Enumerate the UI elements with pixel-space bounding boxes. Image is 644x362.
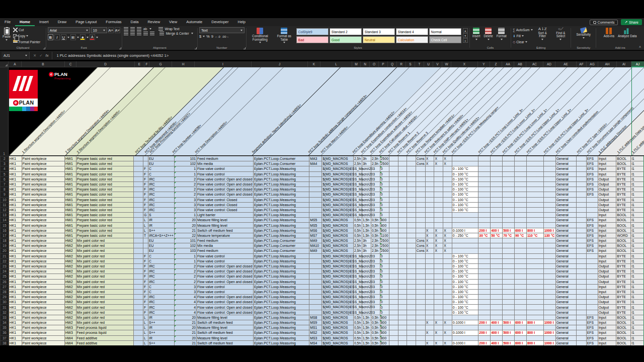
cell-reserve3[interactable] <box>407 182 416 187</box>
cell-document-type[interactable] <box>586 258 598 263</box>
cell-technical-facility[interactable] <box>134 274 143 279</box>
cell-pct-type[interactable] <box>577 218 587 223</box>
cell-limit-3[interactable] <box>503 192 515 197</box>
cell-measurand[interactable]: L <box>143 330 148 335</box>
cell-symbolic-address[interactable]: MS9 <box>309 320 322 325</box>
cell-user-controlled[interactable]: General <box>555 213 577 218</box>
cell-processing-function[interactable]: IR <box>148 315 175 320</box>
cell-measurand[interactable]: G <box>143 213 148 218</box>
column-header-Y[interactable]: Y <box>478 61 490 67</box>
cell-processing-function[interactable]: S <box>148 213 175 218</box>
cell-structure1-desc[interactable]: Paint workpiece <box>22 325 64 330</box>
formula-content[interactable]: 1 PLC addresses Symbolic address (single… <box>56 53 169 58</box>
row-header-24[interactable]: 24 <box>1 269 9 274</box>
cell-technical-facility[interactable] <box>134 263 143 268</box>
cell-limit-4[interactable] <box>515 187 527 192</box>
cell-limit-3[interactable] <box>503 161 515 166</box>
cell-plc-direction[interactable]: Output <box>598 263 616 268</box>
cell-user-controlled[interactable]: General <box>555 320 577 325</box>
cell-symbolic-address[interactable] <box>309 289 322 294</box>
cell-limit-5[interactable]: 800 l <box>526 228 543 233</box>
cell-quality-relevant[interactable]: X <box>443 248 452 253</box>
cell-macro[interactable]: $(MD_MACROS)\ESS_Macro\203 <box>322 182 354 187</box>
align-top-icon[interactable] <box>124 27 128 31</box>
cell-limit-2[interactable] <box>491 284 503 289</box>
cell-user-controlled[interactable]: General <box>555 202 577 207</box>
cell-reserve2[interactable] <box>398 274 407 279</box>
cell-measuring-range[interactable]: 0 - 100 °C <box>452 289 478 294</box>
cell-structure2-desc[interactable]: Mix paint color red <box>76 258 134 263</box>
cell-limit-2[interactable] <box>491 295 503 300</box>
cell-measurand[interactable]: L <box>143 325 148 330</box>
cell-macro[interactable]: $(MD_MACROS)\ESS_Macro\203 <box>322 310 354 315</box>
cell-technical-facility[interactable] <box>134 248 143 253</box>
cell-description[interactable]: Flow valve control: Open and closed <box>197 182 254 187</box>
cell-gmp-relevant[interactable] <box>434 269 443 274</box>
cell-reserve2[interactable] <box>398 182 407 187</box>
cell-structure1[interactable]: HK1 <box>9 156 22 161</box>
cell-processing-function[interactable]: IRC <box>148 192 175 197</box>
cell-quality-relevant[interactable] <box>443 187 452 192</box>
cell-structure2[interactable]: HW1 <box>64 233 76 238</box>
cell-structure2-desc[interactable]: Mix paint color red <box>76 253 134 258</box>
cell-plc-symbolic-address[interactable]: I1 <box>631 192 644 197</box>
cell-limit-6[interactable]: 1000 l <box>543 330 555 335</box>
cell-processing-function[interactable]: S++ <box>148 320 175 325</box>
cell-number[interactable]: 20 <box>174 223 196 228</box>
cell-measuring-range[interactable]: 0 - 100 °C <box>452 310 478 315</box>
cell-technical-facility[interactable] <box>134 305 143 310</box>
cell-reserve1[interactable] <box>389 176 398 182</box>
cell-reserve2[interactable] <box>398 161 407 166</box>
cell-technical-facility[interactable] <box>134 320 143 325</box>
cell-limit-5[interactable] <box>526 274 543 279</box>
cell-user-controlled[interactable]: General <box>555 171 577 176</box>
cell-structure1[interactable]: HK1 <box>9 269 22 274</box>
cell-limit-1[interactable] <box>478 187 491 192</box>
cell-relevant-safety[interactable] <box>425 171 434 176</box>
cell-macro[interactable]: $(MD_MACROS)\ESS_Macro\203 <box>322 263 354 268</box>
cell-segment-template[interactable] <box>416 218 425 223</box>
cell-processing-function[interactable]: IRC <box>148 197 175 202</box>
cell-limit-2[interactable] <box>491 213 503 218</box>
cell-quality-relevant[interactable] <box>443 269 452 274</box>
cell-relevant-safety[interactable]: X <box>425 238 434 243</box>
cell-structure2-desc[interactable]: Prepare basic color red <box>76 202 134 207</box>
cell-structure1-desc[interactable]: Paint workpiece <box>22 218 64 223</box>
cell-segment-definition[interactable]: Eplan.PCT.Loop.Measuring <box>253 253 309 258</box>
cell-plc-data-type[interactable]: BYTE <box>616 258 631 263</box>
cell-reserve2[interactable] <box>398 263 407 268</box>
cell-limit-4[interactable]: 600 l <box>515 330 527 335</box>
cell-expenditure-software[interactable]: 2,5h <box>371 248 380 253</box>
cell-plc-direction[interactable]: Output <box>598 182 616 187</box>
cell-limit-5[interactable] <box>526 156 543 161</box>
cell-document-type[interactable]: EFS <box>586 248 598 253</box>
cell-technical-facility[interactable] <box>134 171 143 176</box>
cell-limit-6[interactable] <box>543 223 555 228</box>
cell-description[interactable]: Switch off medium feed <box>197 320 254 325</box>
cell-structure1[interactable]: HK1 <box>9 263 22 268</box>
cell-limit-4[interactable] <box>515 310 527 315</box>
cell-relevant-safety[interactable] <box>425 202 434 207</box>
cell-limit-3[interactable]: 70 °C <box>503 233 515 238</box>
cell-plc-data-type[interactable]: BOOL <box>616 161 631 166</box>
cell-number[interactable]: 2 <box>174 269 196 274</box>
cell-measuring-range[interactable] <box>452 218 478 223</box>
cell-technical-facility[interactable] <box>134 243 143 248</box>
cell-user-controlled[interactable]: General <box>555 340 577 345</box>
cell-limit-1[interactable] <box>478 310 491 315</box>
cell-limit-5[interactable] <box>526 218 543 223</box>
cell-structure1[interactable]: HK1 <box>9 197 22 202</box>
cell-gmp-relevant[interactable]: X <box>434 320 443 325</box>
cell-measuring-range[interactable] <box>452 161 478 166</box>
tab-page-layout[interactable]: Page Layout <box>71 19 101 26</box>
cell-limit-3[interactable] <box>503 202 515 207</box>
cell-pct-type[interactable] <box>577 284 587 289</box>
cell-limit-5[interactable] <box>526 310 543 315</box>
cell-processing-function[interactable]: IR <box>148 218 175 223</box>
cell-segment-template[interactable] <box>416 202 425 207</box>
cell-plc-symbolic-address[interactable]: I1 <box>631 182 644 187</box>
cell-user-controlled[interactable]: General <box>555 192 577 197</box>
cell-reserve2[interactable] <box>398 192 407 197</box>
cell-limit-4[interactable] <box>515 300 527 305</box>
cell-processing-function[interactable]: EU <box>148 238 175 243</box>
